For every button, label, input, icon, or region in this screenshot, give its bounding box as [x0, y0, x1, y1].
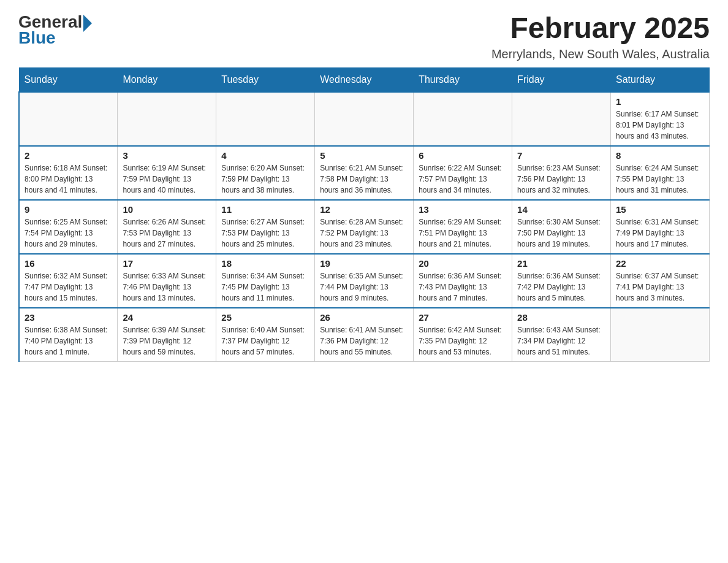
day-number: 16: [25, 258, 112, 269]
day-number: 15: [616, 204, 704, 215]
day-header-sunday: Sunday: [19, 67, 118, 92]
calendar-cell: 17Sunrise: 6:33 AM Sunset: 7:46 PM Dayli…: [118, 254, 216, 308]
logo-blue-text: Blue: [18, 28, 92, 48]
day-number: 23: [25, 312, 112, 323]
day-number: 6: [419, 150, 507, 161]
day-number: 12: [320, 204, 408, 215]
calendar-cell: 7Sunrise: 6:23 AM Sunset: 7:56 PM Daylig…: [512, 146, 611, 200]
day-number: 3: [123, 150, 211, 161]
calendar-header: SundayMondayTuesdayWednesdayThursdayFrid…: [19, 67, 710, 92]
calendar-cell: 21Sunrise: 6:36 AM Sunset: 7:42 PM Dayli…: [512, 254, 611, 308]
day-info: Sunrise: 6:43 AM Sunset: 7:34 PM Dayligh…: [517, 324, 605, 358]
calendar-title: February 2025: [491, 12, 710, 45]
calendar-cell: [512, 92, 611, 146]
day-info: Sunrise: 6:26 AM Sunset: 7:53 PM Dayligh…: [123, 216, 211, 250]
logo-block: General Blue: [18, 12, 92, 48]
day-header-tuesday: Tuesday: [216, 67, 315, 92]
calendar-cell: 3Sunrise: 6:19 AM Sunset: 7:59 PM Daylig…: [118, 146, 216, 200]
calendar-cell: 12Sunrise: 6:28 AM Sunset: 7:52 PM Dayli…: [315, 200, 414, 254]
day-info: Sunrise: 6:27 AM Sunset: 7:53 PM Dayligh…: [221, 216, 309, 250]
day-number: 7: [517, 150, 605, 161]
day-number: 4: [221, 150, 309, 161]
calendar-body: 1Sunrise: 6:17 AM Sunset: 8:01 PM Daylig…: [19, 92, 710, 362]
calendar-cell: [611, 308, 710, 362]
day-info: Sunrise: 6:23 AM Sunset: 7:56 PM Dayligh…: [517, 163, 605, 196]
week-row-4: 16Sunrise: 6:32 AM Sunset: 7:47 PM Dayli…: [19, 254, 710, 308]
day-info: Sunrise: 6:21 AM Sunset: 7:58 PM Dayligh…: [320, 163, 408, 196]
calendar-cell: 11Sunrise: 6:27 AM Sunset: 7:53 PM Dayli…: [216, 200, 315, 254]
calendar-cell: 28Sunrise: 6:43 AM Sunset: 7:34 PM Dayli…: [512, 308, 611, 362]
logo: General Blue: [18, 12, 92, 48]
week-row-3: 9Sunrise: 6:25 AM Sunset: 7:54 PM Daylig…: [19, 200, 710, 254]
calendar-cell: 4Sunrise: 6:20 AM Sunset: 7:59 PM Daylig…: [216, 146, 315, 200]
calendar-cell: 9Sunrise: 6:25 AM Sunset: 7:54 PM Daylig…: [19, 200, 118, 254]
calendar-cell: 10Sunrise: 6:26 AM Sunset: 7:53 PM Dayli…: [118, 200, 216, 254]
calendar-cell: 16Sunrise: 6:32 AM Sunset: 7:47 PM Dayli…: [19, 254, 118, 308]
day-info: Sunrise: 6:19 AM Sunset: 7:59 PM Dayligh…: [123, 163, 211, 196]
day-header-wednesday: Wednesday: [315, 67, 414, 92]
day-info: Sunrise: 6:40 AM Sunset: 7:37 PM Dayligh…: [221, 324, 309, 358]
day-info: Sunrise: 6:24 AM Sunset: 7:55 PM Dayligh…: [616, 163, 704, 196]
calendar-cell: 26Sunrise: 6:41 AM Sunset: 7:36 PM Dayli…: [315, 308, 414, 362]
calendar-cell: [414, 92, 512, 146]
page-header: General Blue February 2025 Merrylands, N…: [18, 12, 710, 61]
day-number: 19: [320, 258, 408, 269]
calendar-cell: 20Sunrise: 6:36 AM Sunset: 7:43 PM Dayli…: [414, 254, 512, 308]
calendar-cell: 13Sunrise: 6:29 AM Sunset: 7:51 PM Dayli…: [414, 200, 512, 254]
calendar-cell: 18Sunrise: 6:34 AM Sunset: 7:45 PM Dayli…: [216, 254, 315, 308]
day-info: Sunrise: 6:35 AM Sunset: 7:44 PM Dayligh…: [320, 270, 408, 304]
day-number: 9: [25, 204, 112, 215]
day-number: 5: [320, 150, 408, 161]
day-info: Sunrise: 6:41 AM Sunset: 7:36 PM Dayligh…: [320, 324, 408, 358]
day-info: Sunrise: 6:42 AM Sunset: 7:35 PM Dayligh…: [419, 324, 507, 358]
calendar-cell: 27Sunrise: 6:42 AM Sunset: 7:35 PM Dayli…: [414, 308, 512, 362]
day-info: Sunrise: 6:20 AM Sunset: 7:59 PM Dayligh…: [221, 163, 309, 196]
calendar-cell: [216, 92, 315, 146]
title-block: February 2025 Merrylands, New South Wale…: [491, 12, 710, 61]
calendar-cell: [19, 92, 118, 146]
day-number: 18: [221, 258, 309, 269]
day-info: Sunrise: 6:37 AM Sunset: 7:41 PM Dayligh…: [616, 270, 704, 304]
calendar-cell: 19Sunrise: 6:35 AM Sunset: 7:44 PM Dayli…: [315, 254, 414, 308]
day-info: Sunrise: 6:28 AM Sunset: 7:52 PM Dayligh…: [320, 216, 408, 250]
day-number: 20: [419, 258, 507, 269]
day-header-friday: Friday: [512, 67, 611, 92]
day-info: Sunrise: 6:18 AM Sunset: 8:00 PM Dayligh…: [25, 163, 112, 196]
day-number: 2: [25, 150, 112, 161]
week-row-5: 23Sunrise: 6:38 AM Sunset: 7:40 PM Dayli…: [19, 308, 710, 362]
calendar-cell: 24Sunrise: 6:39 AM Sunset: 7:39 PM Dayli…: [118, 308, 216, 362]
day-number: 21: [517, 258, 605, 269]
day-header-saturday: Saturday: [611, 67, 710, 92]
day-number: 10: [123, 204, 211, 215]
day-info: Sunrise: 6:32 AM Sunset: 7:47 PM Dayligh…: [25, 270, 112, 304]
days-of-week-row: SundayMondayTuesdayWednesdayThursdayFrid…: [19, 67, 710, 92]
calendar-cell: 15Sunrise: 6:31 AM Sunset: 7:49 PM Dayli…: [611, 200, 710, 254]
calendar-cell: 1Sunrise: 6:17 AM Sunset: 8:01 PM Daylig…: [611, 92, 710, 146]
day-number: 26: [320, 312, 408, 323]
day-number: 22: [616, 258, 704, 269]
day-number: 25: [221, 312, 309, 323]
day-info: Sunrise: 6:33 AM Sunset: 7:46 PM Dayligh…: [123, 270, 211, 304]
calendar-table: SundayMondayTuesdayWednesdayThursdayFrid…: [18, 67, 710, 362]
day-info: Sunrise: 6:17 AM Sunset: 8:01 PM Dayligh…: [616, 109, 704, 142]
day-info: Sunrise: 6:30 AM Sunset: 7:50 PM Dayligh…: [517, 216, 605, 250]
calendar-cell: 6Sunrise: 6:22 AM Sunset: 7:57 PM Daylig…: [414, 146, 512, 200]
day-number: 27: [419, 312, 507, 323]
day-info: Sunrise: 6:36 AM Sunset: 7:42 PM Dayligh…: [517, 270, 605, 304]
day-number: 17: [123, 258, 211, 269]
day-info: Sunrise: 6:25 AM Sunset: 7:54 PM Dayligh…: [25, 216, 112, 250]
day-number: 11: [221, 204, 309, 215]
day-info: Sunrise: 6:31 AM Sunset: 7:49 PM Dayligh…: [616, 216, 704, 250]
day-number: 13: [419, 204, 507, 215]
day-info: Sunrise: 6:22 AM Sunset: 7:57 PM Dayligh…: [419, 163, 507, 196]
calendar-cell: 25Sunrise: 6:40 AM Sunset: 7:37 PM Dayli…: [216, 308, 315, 362]
week-row-2: 2Sunrise: 6:18 AM Sunset: 8:00 PM Daylig…: [19, 146, 710, 200]
day-number: 24: [123, 312, 211, 323]
day-info: Sunrise: 6:29 AM Sunset: 7:51 PM Dayligh…: [419, 216, 507, 250]
day-info: Sunrise: 6:38 AM Sunset: 7:40 PM Dayligh…: [25, 324, 112, 358]
calendar-cell: 8Sunrise: 6:24 AM Sunset: 7:55 PM Daylig…: [611, 146, 710, 200]
day-number: 1: [616, 96, 704, 107]
calendar-subtitle: Merrylands, New South Wales, Australia: [491, 47, 710, 61]
calendar-cell: 23Sunrise: 6:38 AM Sunset: 7:40 PM Dayli…: [19, 308, 118, 362]
calendar-cell: 2Sunrise: 6:18 AM Sunset: 8:00 PM Daylig…: [19, 146, 118, 200]
